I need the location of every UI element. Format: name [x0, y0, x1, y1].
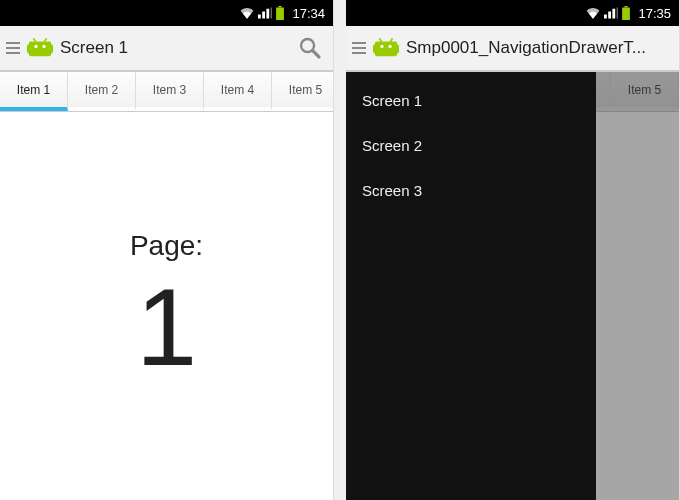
svg-rect-17 — [397, 45, 399, 53]
tab-label: Item 1 — [17, 83, 50, 97]
tab-item-3[interactable]: Item 3 — [136, 72, 204, 111]
svg-rect-6 — [51, 45, 53, 53]
navigation-drawer: Screen 1 Screen 2 Screen 3 — [346, 72, 596, 500]
wifi-icon — [586, 7, 600, 19]
tab-label: Item 2 — [85, 83, 118, 97]
app-icon[interactable] — [372, 34, 400, 62]
svg-point-15 — [388, 45, 391, 48]
page-label: Page: — [130, 230, 203, 262]
tab-label: Item 5 — [289, 83, 322, 97]
svg-rect-16 — [373, 45, 375, 53]
phone-screen-left: 17:34 Screen 1 Item 1 Item 2 Item 3 Item… — [0, 0, 334, 500]
page-number: 1 — [136, 272, 197, 382]
tab-item-1[interactable]: Item 1 — [0, 72, 68, 111]
svg-rect-12 — [623, 8, 631, 20]
svg-rect-2 — [29, 42, 52, 57]
phone-screen-right: 17:35 Smp0001_NavigationDrawerT... m 4 I… — [346, 0, 680, 500]
svg-line-10 — [312, 50, 319, 57]
svg-rect-1 — [277, 8, 285, 20]
drawer-item-screen-3[interactable]: Screen 3 — [346, 168, 596, 213]
status-clock: 17:35 — [638, 6, 671, 21]
status-bar: 17:35 — [346, 0, 679, 26]
actionbar-title: Screen 1 — [60, 38, 287, 58]
svg-point-3 — [34, 45, 37, 48]
status-clock: 17:34 — [292, 6, 325, 21]
drawer-toggle-icon[interactable] — [6, 41, 20, 55]
drawer-item-label: Screen 3 — [362, 182, 422, 199]
drawer-item-label: Screen 2 — [362, 137, 422, 154]
app-icon[interactable] — [26, 34, 54, 62]
drawer-item-screen-2[interactable]: Screen 2 — [346, 123, 596, 168]
svg-rect-0 — [279, 6, 282, 8]
action-bar: Smp0001_NavigationDrawerT... — [346, 26, 679, 72]
battery-icon — [622, 6, 630, 20]
drawer-item-screen-1[interactable]: Screen 1 — [346, 78, 596, 123]
actionbar-title: Smp0001_NavigationDrawerT... — [406, 38, 673, 58]
signal-icon — [258, 7, 272, 19]
tab-label: Item 3 — [153, 83, 186, 97]
svg-rect-11 — [625, 6, 628, 8]
svg-point-4 — [42, 45, 45, 48]
drawer-item-label: Screen 1 — [362, 92, 422, 109]
page-content: Page: 1 — [0, 112, 333, 500]
search-icon — [297, 35, 323, 61]
tab-strip: Item 1 Item 2 Item 3 Item 4 Item 5 — [0, 72, 333, 112]
search-button[interactable] — [293, 31, 327, 65]
wifi-icon — [240, 7, 254, 19]
tab-item-2[interactable]: Item 2 — [68, 72, 136, 111]
svg-point-14 — [380, 45, 383, 48]
tab-item-4[interactable]: Item 4 — [204, 72, 272, 111]
svg-rect-5 — [27, 45, 29, 53]
action-bar: Screen 1 — [0, 26, 333, 72]
signal-icon — [604, 7, 618, 19]
tab-label: Item 4 — [221, 83, 254, 97]
drawer-toggle-icon[interactable] — [352, 41, 366, 55]
battery-icon — [276, 6, 284, 20]
svg-rect-13 — [375, 42, 398, 57]
status-bar: 17:34 — [0, 0, 333, 26]
tab-item-5[interactable]: Item 5 — [272, 72, 334, 111]
